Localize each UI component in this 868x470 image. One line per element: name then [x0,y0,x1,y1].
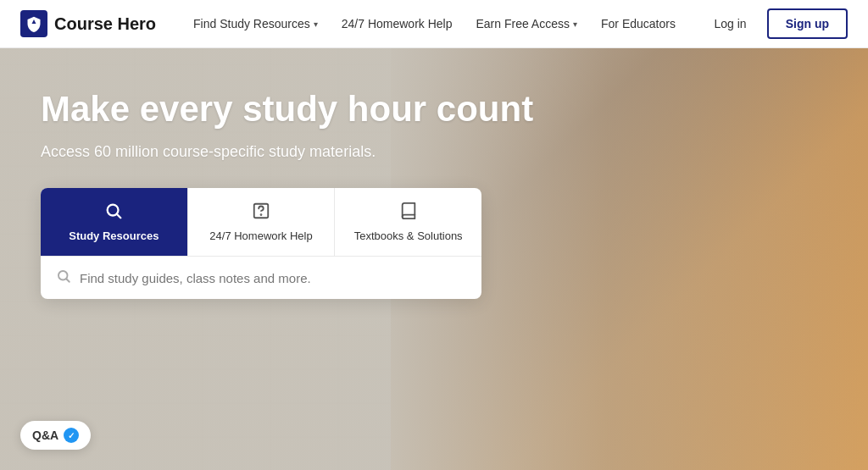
nav-menu: Find Study Resources ▾ 24/7 Homework Hel… [183,10,700,37]
signup-button[interactable]: Sign up [767,8,848,39]
tab-textbooks[interactable]: Textbooks & Solutions [335,188,481,256]
hero-subtitle: Access 60 million course-specific study … [41,143,536,161]
tab-study-resources[interactable]: Study Resources [41,188,188,256]
search-input[interactable] [80,271,466,285]
tab-textbooks-label: Textbooks & Solutions [354,229,463,242]
question-icon [252,202,270,224]
logo-text: Course Hero [54,14,156,34]
nav-for-educators[interactable]: For Educators [591,10,686,37]
login-button[interactable]: Log in [701,10,760,37]
star-shield-icon [25,15,42,32]
search-input-icon [56,268,71,287]
qa-bubble[interactable]: Q&A ✓ [20,421,91,450]
search-icon [104,202,123,224]
tab-study-resources-label: Study Resources [69,229,159,242]
tabs-row: Study Resources 24/7 Homework Help [41,188,481,257]
chevron-down-icon: ▾ [314,19,318,29]
svg-line-5 [66,279,69,282]
nav-earn-free-access-label: Earn Free Access [476,17,570,30]
hero-title: Make every study hour count [41,89,536,130]
hero-content: Make every study hour count Access 60 mi… [0,48,576,470]
nav-homework-help-label: 24/7 Homework Help [342,17,453,30]
nav-find-study-resources-label: Find Study Resources [193,17,310,30]
logo-icon [20,10,47,37]
navbar-actions: Log in Sign up [701,8,848,39]
chevron-down-icon-2: ▾ [573,19,577,29]
nav-earn-free-access[interactable]: Earn Free Access ▾ [466,10,588,37]
tabs-card: Study Resources 24/7 Homework Help [41,188,481,299]
book-icon [399,202,418,224]
nav-find-study-resources[interactable]: Find Study Resources ▾ [183,10,328,37]
nav-for-educators-label: For Educators [601,17,676,30]
navbar: Course Hero Find Study Resources ▾ 24/7 … [0,0,868,48]
svg-point-3 [261,214,262,215]
nav-homework-help[interactable]: 24/7 Homework Help [331,10,463,37]
search-row [41,257,481,299]
hero-section: Make every study hour count Access 60 mi… [0,48,868,470]
logo[interactable]: Course Hero [20,10,156,37]
tab-homework-help[interactable]: 24/7 Homework Help [188,188,336,256]
svg-line-1 [118,215,121,218]
checkmark-icon: ✓ [64,428,79,443]
tab-homework-help-label: 24/7 Homework Help [209,229,312,242]
qa-label: Q&A [32,429,58,442]
